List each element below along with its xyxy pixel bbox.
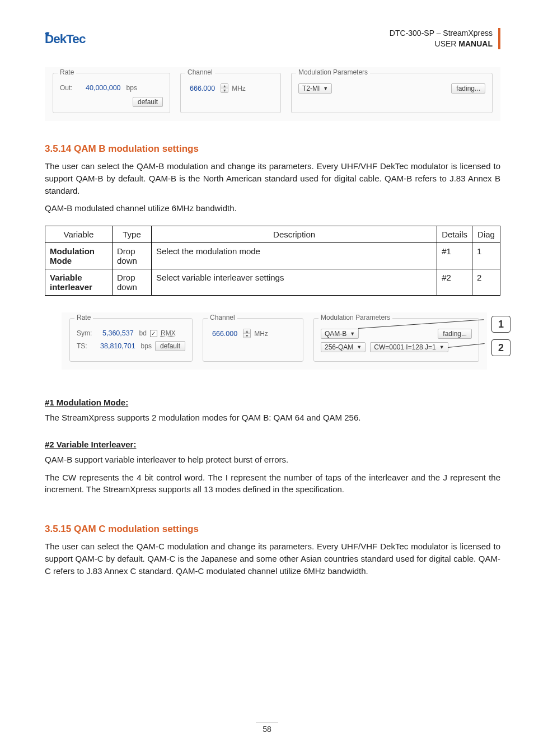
out-value[interactable]: 40,000,000 [83, 83, 123, 92]
channel-group-2: Channel 666.000 ▲▼ MHz [203, 318, 303, 362]
channel-group: Channel 666.000 ▲▼ MHz [180, 73, 281, 113]
table-row: Variable interleaver Drop down Select va… [45, 269, 500, 296]
channel-legend-2: Channel [208, 314, 237, 321]
cell-desc: Select the modulation mode [152, 243, 437, 269]
cell-diag: 2 [472, 269, 500, 296]
cw-dropdown[interactable]: CW=0001 I=128 J=1 ▼ [370, 342, 448, 352]
doc-header-right: DTC-300-SP – StreamXpress USER MANUAL [390, 28, 500, 49]
callout-2: 2 [491, 339, 510, 356]
channel-value-2[interactable]: 666.000 [210, 329, 240, 338]
channel-unit: MHz [232, 85, 246, 92]
sym-unit: bd [139, 329, 147, 337]
cell-desc: Select variable interleaver settings [152, 269, 437, 296]
section2-para1: The user can select the QAM-C modulation… [45, 540, 500, 577]
channel-spinner-2[interactable]: ▲▼ [243, 329, 251, 338]
cell-diag: 1 [472, 243, 500, 269]
caret-down-icon: ▼ [439, 344, 444, 350]
page-number: 58 [0, 722, 534, 734]
channel-spinner[interactable]: ▲▼ [221, 83, 228, 93]
channel-legend: Channel [185, 68, 215, 76]
ts-value: 38,810,701 [98, 342, 138, 351]
svg-text:DekTec: DekTec [45, 32, 86, 46]
out-label: Out: [60, 84, 80, 92]
caret-down-icon: ▼ [323, 86, 328, 91]
detail2-text1: QAM-B support variable interleaver to he… [45, 454, 500, 466]
qamb-dropdown[interactable]: QAM-B ▼ [321, 329, 359, 339]
section-heading-qamb: 3.5.14 QAM B modulation settings [45, 143, 500, 155]
cell-type: Drop down [113, 269, 152, 296]
ui-panel-qamb: Rate Sym: 5,360,537 bd ✓ RMX TS: 38,810,… [62, 312, 487, 370]
channel-unit-2: MHz [254, 330, 268, 338]
detail1-head: #1 Modulation Mode: [45, 398, 500, 407]
th-diag: Diag [472, 226, 500, 243]
th-variable: Variable [45, 226, 113, 243]
th-type: Type [113, 226, 152, 243]
section-heading-qamc: 3.5.15 QAM C modulation settings [45, 524, 500, 535]
mod-legend: Modulation Parameters [296, 68, 370, 76]
mod-legend-2: Modulation Parameters [318, 314, 392, 321]
sym-label: Sym: [77, 329, 97, 337]
table-row: Modulation Mode Drop down Select the mod… [45, 243, 500, 269]
th-details: Details [437, 226, 472, 243]
modulation-group: Modulation Parameters T2-MI ▼ fading... [291, 73, 493, 113]
fading-button-2[interactable]: fading... [438, 329, 472, 339]
th-description: Description [152, 226, 437, 243]
rate-legend-2: Rate [74, 314, 93, 321]
cell-type: Drop down [113, 243, 152, 269]
out-unit: bps [127, 84, 137, 92]
doc-type-bold: MANUAL [458, 39, 493, 48]
parameters-table: Variable Type Description Details Diag M… [45, 226, 500, 296]
rate-group: Rate Out: 40,000,000 bps default [53, 73, 170, 113]
caret-down-icon: ▼ [357, 344, 362, 350]
cell-variable: Variable interleaver [45, 269, 113, 296]
qamb-value: QAM-B [325, 330, 346, 338]
default-button[interactable]: default [133, 97, 163, 107]
detail1-text: The StreamXpress supports 2 modulation m… [45, 412, 500, 424]
doc-id: DTC-300-SP – StreamXpress [390, 28, 493, 39]
sym-value[interactable]: 5,360,537 [100, 329, 136, 338]
default-button-2[interactable]: default [155, 341, 185, 351]
dektec-logo: DekTec [45, 28, 123, 50]
rmx-label[interactable]: RMX [161, 329, 176, 337]
page-header: DekTec DTC-300-SP – StreamXpress USER MA… [45, 28, 500, 50]
qam256-value: 256-QAM [325, 343, 353, 351]
fading-button[interactable]: fading... [451, 83, 485, 94]
caret-down-icon: ▼ [350, 331, 355, 337]
channel-value[interactable]: 666.000 [188, 84, 217, 93]
modulation-group-2: Modulation Parameters QAM-B ▼ fading... … [313, 318, 479, 362]
section1-para2: QAM-B modulated channel utilize 6MHz ban… [45, 202, 500, 214]
section1-para1: The user can select the QAM-B modulation… [45, 160, 500, 197]
callout-1: 1 [491, 316, 510, 333]
ts-unit: bps [141, 342, 152, 350]
modulation-value: T2-MI [302, 85, 320, 92]
rmx-checkbox[interactable]: ✓ [150, 330, 157, 337]
modulation-dropdown[interactable]: T2-MI ▼ [298, 83, 332, 94]
cell-details: #2 [437, 269, 472, 296]
cell-details: #1 [437, 243, 472, 269]
cw-value: CW=0001 I=128 J=1 [374, 343, 435, 351]
doc-type-pre: USER [435, 39, 459, 48]
qam256-dropdown[interactable]: 256-QAM ▼ [321, 342, 366, 352]
cell-variable: Modulation Mode [45, 243, 113, 269]
ts-label: TS: [77, 342, 95, 350]
detail2-text2: The CW represents the 4 bit control word… [45, 472, 500, 496]
detail2-head: #2 Variable Interleaver: [45, 440, 500, 449]
ui-panel-t2mi: Rate Out: 40,000,000 bps default Channel… [45, 67, 500, 121]
rate-legend: Rate [58, 68, 76, 76]
rate-group-2: Rate Sym: 5,360,537 bd ✓ RMX TS: 38,810,… [69, 318, 193, 362]
